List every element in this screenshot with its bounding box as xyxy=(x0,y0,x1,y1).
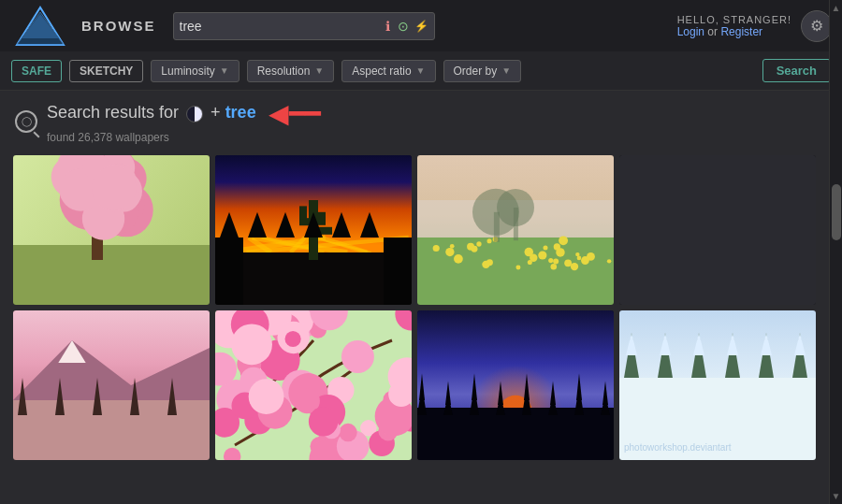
resolution-arrow: ▼ xyxy=(314,65,324,76)
resolution-dropdown[interactable]: Resolution ▼ xyxy=(247,60,335,82)
wallpaper-grid xyxy=(0,151,842,464)
results-term: tree xyxy=(225,103,256,122)
browse-title: BROWSE xyxy=(81,18,156,34)
auth-links: Login or Register xyxy=(677,25,791,38)
results-info: Search results for + tree ◀━━ found 26,3… xyxy=(47,98,321,144)
wallpaper-item[interactable] xyxy=(215,310,412,460)
settings-icon: ⚙ xyxy=(810,17,823,35)
results-header: ◯ Search results for + tree ◀━━ found 26… xyxy=(0,91,842,151)
wallpaper-item[interactable] xyxy=(13,310,210,460)
hello-text: HELLO, STRANGER! xyxy=(677,14,791,25)
aspect-ratio-dropdown[interactable]: Aspect ratio ▼ xyxy=(341,60,435,82)
scrollbar-thumb[interactable] xyxy=(832,184,841,240)
wallpaper-item[interactable] xyxy=(417,155,614,305)
search-input[interactable] xyxy=(180,19,385,34)
search-results-icon: ◯ xyxy=(15,110,37,133)
scrollbar[interactable]: ▲ ▼ xyxy=(829,0,842,504)
luminosity-label: Luminosity xyxy=(161,65,214,78)
search-box[interactable]: ℹ ⊙ ⚡ xyxy=(173,12,435,40)
order-by-label: Order by xyxy=(454,65,498,78)
search-main-button[interactable]: Search xyxy=(762,59,831,82)
luminosity-dropdown[interactable]: Luminosity ▼ xyxy=(151,60,239,82)
info-icon: ℹ xyxy=(385,19,390,34)
sketchy-filter[interactable]: SKETCHY xyxy=(69,60,143,82)
wallpaper-item[interactable] xyxy=(619,310,816,460)
register-link[interactable]: Register xyxy=(720,25,762,38)
results-plus: + xyxy=(210,103,221,122)
user-greeting: HELLO, STRANGER! Login or Register xyxy=(677,14,791,38)
results-prefix: Search results for xyxy=(47,103,179,122)
wallpaper-item[interactable] xyxy=(215,155,412,305)
found-count: found 26,378 wallpapers xyxy=(47,131,321,144)
svg-marker-2 xyxy=(22,14,59,38)
header-right: HELLO, STRANGER! Login or Register ⚙ xyxy=(677,10,833,42)
search-btn-small[interactable]: ⊙ xyxy=(396,19,411,34)
aspect-ratio-label: Aspect ratio xyxy=(352,65,411,78)
results-title: Search results for + tree ◀━━ xyxy=(47,98,321,129)
logo xyxy=(9,0,70,51)
resolution-label: Resolution xyxy=(257,65,311,78)
luminosity-icon xyxy=(186,106,203,122)
safe-filter[interactable]: SAFE xyxy=(11,60,62,82)
wallpaper-item[interactable] xyxy=(619,155,816,305)
filter-bar: SAFE SKETCHY Luminosity ▼ Resolution ▼ A… xyxy=(0,51,842,91)
scroll-down-arrow[interactable]: ▼ xyxy=(830,488,842,504)
aspect-ratio-arrow: ▼ xyxy=(416,65,426,76)
wallpaper-item[interactable] xyxy=(417,310,614,460)
red-arrow: ◀━━ xyxy=(269,98,321,129)
wallpaper-item[interactable] xyxy=(13,155,210,305)
order-by-dropdown[interactable]: Order by ▼ xyxy=(443,60,522,82)
order-by-arrow: ▼ xyxy=(501,65,511,76)
settings-button[interactable]: ⚙ xyxy=(801,10,833,42)
or-text: or xyxy=(707,25,718,38)
header: BROWSE ℹ ⊙ ⚡ HELLO, STRANGER! Login or R… xyxy=(0,0,842,51)
scroll-up-arrow[interactable]: ▲ xyxy=(830,0,842,16)
options-icon: ⚡ xyxy=(414,20,428,33)
luminosity-arrow: ▼ xyxy=(220,65,229,76)
login-link[interactable]: Login xyxy=(677,25,704,38)
